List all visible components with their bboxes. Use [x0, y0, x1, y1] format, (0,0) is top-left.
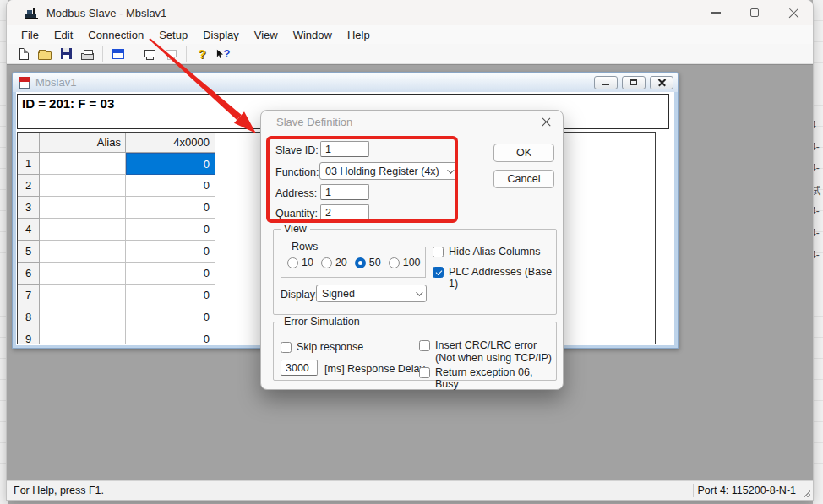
- cancel-button[interactable]: Cancel: [493, 170, 554, 188]
- row-number-cell[interactable]: 2: [18, 175, 40, 197]
- context-help-button[interactable]: [215, 46, 232, 62]
- child-restore-button[interactable]: [622, 76, 646, 89]
- value-cell[interactable]: 0: [126, 285, 215, 306]
- alias-cell[interactable]: [40, 241, 126, 263]
- row-number-cell[interactable]: 6: [18, 263, 40, 285]
- background-text-fragment: 4-: [813, 227, 823, 249]
- radio-icon: [321, 257, 332, 268]
- comm-log-button[interactable]: [162, 46, 179, 62]
- help-button[interactable]: [193, 46, 210, 62]
- resize-grip[interactable]: [804, 490, 810, 497]
- function-selected-value: 03 Holding Register (4x): [325, 165, 439, 177]
- value-cell[interactable]: 0: [126, 241, 215, 263]
- alias-column-header[interactable]: Alias: [40, 133, 126, 153]
- context-help-icon: [216, 47, 231, 60]
- rows-radio-option[interactable]: 10: [287, 257, 313, 268]
- busy-exception-label: Return exception 06, Busy: [435, 366, 556, 390]
- row-number-cell[interactable]: 8: [18, 306, 40, 328]
- alias-cell[interactable]: [40, 306, 126, 328]
- new-file-button[interactable]: [15, 46, 32, 62]
- value-cell[interactable]: 0: [126, 306, 215, 328]
- mbslav1-title: Mbslav1: [35, 76, 76, 89]
- background-text-fragment: 4-: [813, 205, 823, 227]
- checkbox-icon: [433, 267, 444, 278]
- close-button[interactable]: [774, 0, 813, 25]
- menu-item[interactable]: Edit: [46, 27, 80, 43]
- rows-radio-option[interactable]: 20: [321, 257, 347, 268]
- quantity-input[interactable]: 2: [320, 204, 369, 220]
- menu-item[interactable]: Window: [286, 27, 340, 43]
- row-number-cell[interactable]: 3: [18, 197, 40, 219]
- response-delay-input[interactable]: 3000: [281, 360, 318, 376]
- value-cell[interactable]: 0: [126, 263, 215, 285]
- row-number-cell[interactable]: 9: [18, 328, 40, 344]
- crc-error-note: (Not when using TCP/IP): [435, 352, 552, 364]
- background-text-fragment: 4: [813, 119, 823, 141]
- alias-cell[interactable]: [40, 263, 126, 285]
- menu-item[interactable]: Display: [195, 27, 247, 43]
- row-number-cell[interactable]: 5: [18, 241, 40, 263]
- child-minimize-button[interactable]: [594, 76, 618, 89]
- menu-item[interactable]: Connection: [80, 27, 151, 43]
- menu-item[interactable]: File: [14, 27, 46, 43]
- ok-button[interactable]: OK: [493, 144, 554, 162]
- menu-item[interactable]: Help: [340, 27, 378, 43]
- value-cell[interactable]: 0: [126, 197, 215, 219]
- comm-traffic-button[interactable]: [141, 46, 158, 62]
- desktop: 44-4-试4-4-4- Modbus Slave - Mbslav1 File…: [0, 0, 823, 504]
- row-number-cell[interactable]: 4: [18, 219, 40, 241]
- alias-cell[interactable]: [40, 175, 126, 197]
- function-dropdown[interactable]: 03 Holding Register (4x): [319, 162, 458, 180]
- row-number-cell[interactable]: 7: [18, 285, 40, 306]
- dialog-close-button[interactable]: [538, 114, 555, 131]
- crc-error-label: Insert CRC/LRC error: [435, 339, 537, 351]
- background-window-right-edge: 44-4-试4-4-4-: [813, 0, 823, 504]
- alias-cell[interactable]: [40, 153, 126, 175]
- print-button[interactable]: [79, 46, 95, 62]
- port-status: Port 4: 115200-8-N-1: [698, 485, 797, 496]
- slave-id-input[interactable]: 1: [320, 141, 369, 157]
- alias-cell[interactable]: [40, 197, 126, 219]
- radio-label: 50: [369, 257, 381, 268]
- crc-error-checkbox[interactable]: Insert CRC/LRC error (Not when using TCP…: [419, 339, 552, 364]
- address-input[interactable]: 1: [320, 184, 369, 200]
- radio-label: 10: [302, 257, 313, 268]
- value-cell[interactable]: 0: [126, 175, 215, 197]
- maximize-button[interactable]: [735, 0, 774, 25]
- row-number-cell[interactable]: 1: [18, 153, 40, 175]
- menu-item[interactable]: Setup: [151, 27, 195, 43]
- radio-icon: [389, 257, 400, 268]
- status-bar: For Help, press F1. Port 4: 115200-8-N-1: [7, 480, 813, 500]
- skip-response-checkbox[interactable]: Skip response: [281, 341, 363, 353]
- minimize-icon: [602, 84, 609, 86]
- save-button[interactable]: [57, 46, 74, 62]
- hide-alias-checkbox[interactable]: Hide Alias Columns: [433, 246, 540, 257]
- register-column-header[interactable]: 4x0000: [126, 133, 215, 153]
- toolbar-separator: [134, 46, 134, 62]
- rows-radio-option[interactable]: 100: [389, 257, 421, 268]
- crc-error-text: Insert CRC/LRC error (Not when using TCP…: [435, 339, 552, 364]
- value-cell[interactable]: 0: [126, 219, 215, 241]
- minimize-button[interactable]: [696, 0, 735, 25]
- alias-cell[interactable]: [40, 219, 126, 241]
- checkbox-icon: [281, 342, 292, 353]
- function-label: Function:: [275, 166, 319, 178]
- display-selected-value: Signed: [322, 288, 355, 300]
- value-cell[interactable]: 0: [126, 153, 215, 175]
- open-file-button[interactable]: [36, 46, 53, 62]
- rows-group: Rows 10 20 50 10: [281, 247, 426, 278]
- menu-bar: FileEditConnectionSetupDisplayViewWindow…: [7, 25, 813, 44]
- busy-exception-checkbox[interactable]: Return exception 06, Busy: [419, 366, 556, 390]
- skip-response-label: Skip response: [297, 341, 363, 353]
- rows-radio-option[interactable]: 50: [355, 257, 381, 268]
- child-close-button[interactable]: [650, 76, 673, 89]
- value-cell[interactable]: 0: [126, 328, 215, 344]
- print-icon: [81, 53, 94, 60]
- plc-addresses-checkbox[interactable]: PLC Addresses (Base 1): [433, 266, 556, 290]
- chevron-down-icon: [447, 166, 454, 173]
- display-dropdown[interactable]: Signed: [316, 285, 427, 302]
- alias-cell[interactable]: [40, 328, 126, 344]
- display-setup-button[interactable]: [110, 46, 127, 62]
- alias-cell[interactable]: [40, 285, 126, 306]
- menu-item[interactable]: View: [247, 27, 286, 43]
